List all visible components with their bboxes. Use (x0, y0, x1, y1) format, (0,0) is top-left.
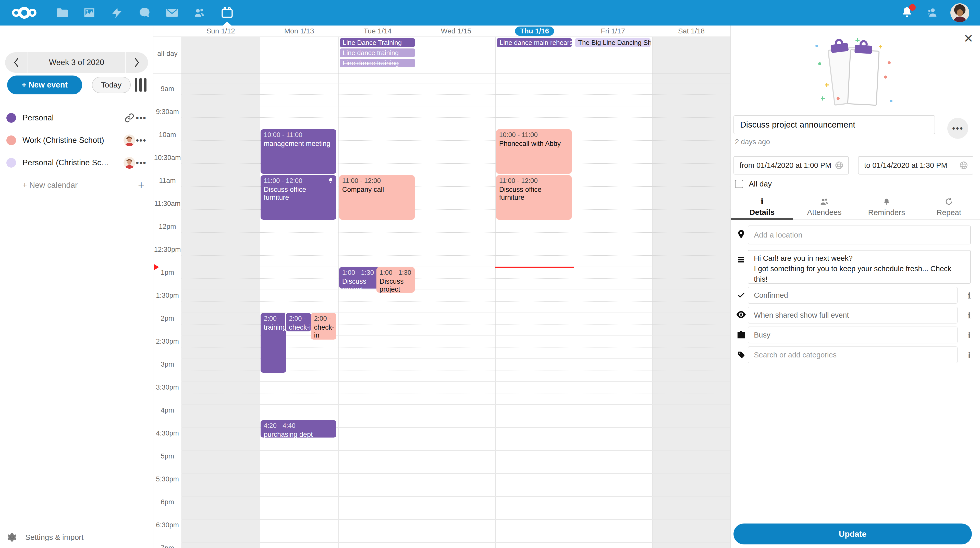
close-icon[interactable]: ✕ (963, 33, 974, 44)
calendar-event[interactable]: 2:00 - 3:20training (261, 313, 286, 373)
new-calendar-button[interactable]: + New calendar + (0, 174, 153, 197)
day-header: Sun 1/12 (181, 25, 260, 37)
new-calendar-label: + New calendar (22, 181, 78, 190)
timezone-globe-icon[interactable] (835, 161, 844, 170)
settings-and-import[interactable]: Settings & import (6, 532, 83, 543)
reminder-bell-icon (328, 177, 334, 184)
end-datetime-value: to 01/14/2020 at 1:30 PM (864, 161, 959, 170)
all-day-checkbox[interactable]: All day (735, 179, 772, 188)
next-week-button[interactable] (126, 52, 148, 73)
end-datetime-picker[interactable]: to 01/14/2020 at 1:30 PM (858, 156, 974, 175)
calendar-event[interactable]: 10:00 - 11:00management meeting (261, 129, 336, 174)
contacts-icon[interactable] (192, 0, 207, 25)
all-day-event[interactable]: Line dance main rehearsal (496, 38, 572, 47)
grid-line (181, 519, 730, 520)
notifications-bell-icon[interactable] (900, 6, 914, 20)
tag-icon (736, 351, 746, 359)
time-label: 5:30pm (153, 475, 181, 483)
grid-line (181, 244, 730, 244)
talk-icon[interactable] (137, 0, 151, 25)
calendar-actions-icon[interactable]: ••• (135, 157, 147, 168)
description-icon (736, 256, 746, 264)
all-day-event[interactable]: The Big Line Dancing Show (575, 38, 650, 47)
column-divider (181, 37, 182, 548)
calendar-event[interactable]: 1:00 - 1:30Discuss project announcement (339, 267, 379, 289)
calendar-actions-icon[interactable]: ••• (135, 135, 147, 146)
location-input[interactable] (748, 226, 971, 245)
federated-share-icon[interactable] (925, 6, 939, 20)
grid-line (181, 221, 730, 221)
nextcloud-logo-icon[interactable] (10, 5, 38, 20)
calendar-event[interactable]: 11:00 - 12:00Discuss office furniture (496, 175, 572, 220)
info-icon[interactable]: i (964, 311, 974, 321)
event-actions-button[interactable]: ••• (947, 118, 968, 139)
tab-attendees[interactable]: Attendees (793, 195, 856, 219)
tab-repeat[interactable]: Repeat (918, 195, 980, 219)
shared-by-avatar (124, 135, 135, 146)
activity-icon[interactable] (110, 0, 124, 25)
calendar-event[interactable]: 11:00 - 12:00Company call (339, 175, 415, 220)
timezone-globe-icon[interactable] (959, 161, 968, 170)
mail-icon[interactable] (165, 0, 179, 25)
all-day-label: all-day (153, 50, 181, 58)
share-link-icon[interactable] (124, 112, 135, 124)
update-button[interactable]: Update (733, 524, 972, 545)
today-button[interactable]: Today (92, 77, 130, 93)
checkbox[interactable] (735, 180, 743, 188)
files-icon[interactable] (55, 0, 69, 25)
calendar-icon[interactable] (220, 0, 234, 25)
day-header: Wed 1/15 (417, 25, 495, 37)
eye-icon (736, 311, 746, 318)
all-day-event[interactable]: Line dance training (340, 48, 415, 57)
grid-line-dotted (181, 118, 730, 118)
calendar-item-work-christine[interactable]: Work (Christine Schott) ••• (0, 129, 153, 151)
calendar-event[interactable]: 1:00 - 1:30Discuss project (376, 267, 415, 292)
calendar-event[interactable]: 2:00 - 2:20check-in (311, 313, 336, 340)
info-icon[interactable]: i (964, 291, 974, 300)
time-label: 3:30pm (153, 383, 181, 391)
calendar-event[interactable]: 2:00 - 2:20check-in (286, 313, 311, 331)
photos-icon[interactable] (82, 0, 97, 25)
calendar-color-dot (6, 113, 16, 123)
week-label[interactable]: Week 3 of 2020 (28, 52, 125, 73)
tab-reminders[interactable]: Reminders (856, 195, 918, 219)
time-label: 4pm (153, 407, 181, 414)
calendar-event[interactable]: 11:00 - 12:00Discuss office furniture (261, 175, 336, 220)
time-label: 5pm (153, 452, 181, 460)
shared-by-avatar (124, 157, 135, 168)
week-view-toggle-icon[interactable] (133, 77, 148, 93)
grid-line-dotted (181, 531, 730, 531)
weekend-shading (181, 37, 260, 548)
time-label: 9am (153, 85, 181, 93)
start-datetime-picker[interactable]: from 01/14/2020 at 1:00 PM (733, 156, 849, 175)
description-textarea[interactable]: Hi Carl! are you in next week? I got som… (748, 250, 971, 284)
grid-line (181, 289, 730, 290)
availability-select[interactable] (748, 327, 958, 343)
calendar-item-personal-christine[interactable]: Personal (Christine Schott) ••• (0, 151, 153, 174)
calendar-item-personal[interactable]: Personal ••• (0, 106, 153, 129)
calendar-actions-icon[interactable]: ••• (135, 112, 147, 124)
calendar-event[interactable]: 10:00 - 11:00Phonecall with Abby (496, 129, 572, 174)
grid-line-dotted (181, 255, 730, 256)
categories-input[interactable] (748, 346, 958, 363)
user-avatar[interactable] (950, 3, 969, 22)
tab-details[interactable]: i Details (731, 195, 793, 219)
all-day-event[interactable]: Line dance training (340, 59, 415, 67)
status-select[interactable] (748, 287, 958, 303)
day-header: Tue 1/14 (339, 25, 417, 37)
time-label: 9:30am (153, 108, 181, 116)
all-day-event[interactable]: Line Dance Training (340, 38, 415, 47)
time-label: 6:30pm (153, 521, 181, 529)
previous-week-button[interactable] (5, 52, 27, 73)
week-navigation: Week 3 of 2020 (5, 52, 148, 73)
visibility-select[interactable] (748, 307, 958, 324)
calendar-event[interactable]: 4:20 - 4:40purchasing dept (261, 420, 336, 438)
settings-label: Settings & import (25, 533, 83, 542)
info-icon[interactable]: i (964, 351, 974, 360)
event-title-input[interactable] (733, 115, 935, 134)
grid-line-dotted (181, 508, 730, 508)
grid-line-dotted (181, 485, 730, 485)
time-label: 11am (153, 177, 181, 185)
new-event-button[interactable]: + New event (7, 76, 82, 94)
info-icon[interactable]: i (964, 330, 974, 340)
